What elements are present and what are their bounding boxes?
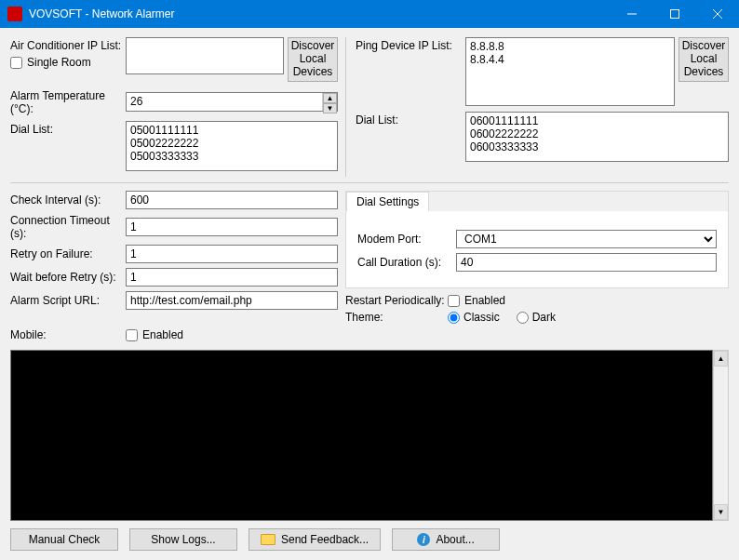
- discover-local-devices-button-right[interactable]: Discover Local Devices: [679, 37, 729, 82]
- about-button[interactable]: i About...: [392, 528, 500, 551]
- divider: [10, 182, 729, 183]
- alarm-script-url-input[interactable]: [126, 291, 338, 310]
- mobile-enabled-checkbox[interactable]: [126, 329, 138, 341]
- connection-timeout-label: Connection Timeout (s):: [10, 214, 126, 240]
- theme-label: Theme:: [345, 311, 448, 324]
- dial-list-left-label: Dial List:: [10, 121, 126, 136]
- restart-enabled-label: Enabled: [464, 294, 505, 307]
- log-scrollbar[interactable]: ▲ ▼: [713, 350, 729, 521]
- spinner-down-icon[interactable]: ▼: [323, 103, 337, 113]
- single-room-checkbox[interactable]: [10, 57, 22, 69]
- window-title: VOVSOFT - Network Alarmer: [29, 7, 611, 20]
- alarm-temperature-spinner[interactable]: ▲ ▼: [126, 92, 338, 112]
- call-duration-input[interactable]: [456, 253, 717, 272]
- minimize-icon: [627, 9, 637, 19]
- send-feedback-button[interactable]: Send Feedback...: [249, 528, 381, 551]
- spinner-up-icon[interactable]: ▲: [323, 93, 337, 103]
- ping-device-ip-list-label: Ping Device IP List:: [356, 37, 465, 52]
- close-icon: [713, 9, 722, 19]
- ac-ip-list-label: Air Conditioner IP List:: [10, 39, 126, 52]
- dial-list-right-textarea[interactable]: 06001111111 06002222222 06003333333: [465, 112, 729, 162]
- maximize-icon: [670, 9, 679, 19]
- scroll-down-icon[interactable]: ▼: [714, 504, 728, 520]
- alarm-script-url-label: Alarm Script URL:: [10, 294, 126, 307]
- mobile-enabled-label: Enabled: [142, 328, 183, 341]
- theme-classic-radio-label[interactable]: Classic: [448, 311, 500, 324]
- close-button[interactable]: [696, 0, 739, 28]
- call-duration-label: Call Duration (s):: [357, 256, 456, 269]
- single-room-label: Single Room: [27, 56, 91, 69]
- retry-on-failure-label: Retry on Failure:: [10, 247, 126, 260]
- dial-list-left-textarea[interactable]: 05001111111 05002222222 05003333333: [126, 121, 338, 171]
- modem-port-select[interactable]: COM1: [456, 230, 717, 248]
- wait-before-retry-label: Wait before Retry (s):: [10, 271, 126, 284]
- modem-port-label: Modem Port:: [357, 233, 456, 246]
- check-interval-input[interactable]: [126, 191, 338, 209]
- info-icon: i: [417, 533, 430, 546]
- restart-periodically-label: Restart Periodically:: [345, 294, 448, 307]
- log-output[interactable]: [10, 350, 713, 521]
- theme-dark-radio-label[interactable]: Dark: [517, 311, 556, 324]
- wait-before-retry-input[interactable]: [126, 268, 338, 287]
- app-icon: [7, 7, 22, 21]
- ac-ip-list-textarea[interactable]: [126, 37, 284, 74]
- show-logs-button[interactable]: Show Logs...: [129, 528, 237, 551]
- restart-periodically-checkbox[interactable]: [448, 295, 460, 307]
- retry-on-failure-input[interactable]: [126, 245, 338, 263]
- mobile-label: Mobile:: [10, 328, 126, 341]
- alarm-temperature-input[interactable]: [127, 93, 322, 111]
- dial-settings-tabset: Dial Settings Modem Port: COM1 Call Dura…: [345, 191, 729, 288]
- alarm-temperature-label: Alarm Temperature (°C):: [10, 87, 126, 115]
- connection-timeout-input[interactable]: [126, 218, 338, 236]
- ping-device-ip-list-textarea[interactable]: 8.8.8.8 8.8.4.4: [465, 37, 675, 106]
- check-interval-label: Check Interval (s):: [10, 193, 126, 207]
- theme-dark-radio[interactable]: [517, 312, 529, 324]
- discover-local-devices-button-left[interactable]: Discover Local Devices: [288, 37, 338, 82]
- maximize-button[interactable]: [653, 0, 696, 28]
- folder-icon: [261, 534, 275, 545]
- dial-list-right-label: Dial List:: [356, 112, 465, 127]
- title-bar: VOVSOFT - Network Alarmer: [0, 0, 739, 28]
- theme-classic-radio[interactable]: [448, 312, 460, 324]
- manual-check-button[interactable]: Manual Check: [10, 528, 118, 551]
- scroll-up-icon[interactable]: ▲: [714, 351, 728, 367]
- tab-dial-settings[interactable]: Dial Settings: [346, 192, 429, 211]
- minimize-button[interactable]: [611, 0, 653, 28]
- svg-rect-1: [671, 10, 679, 19]
